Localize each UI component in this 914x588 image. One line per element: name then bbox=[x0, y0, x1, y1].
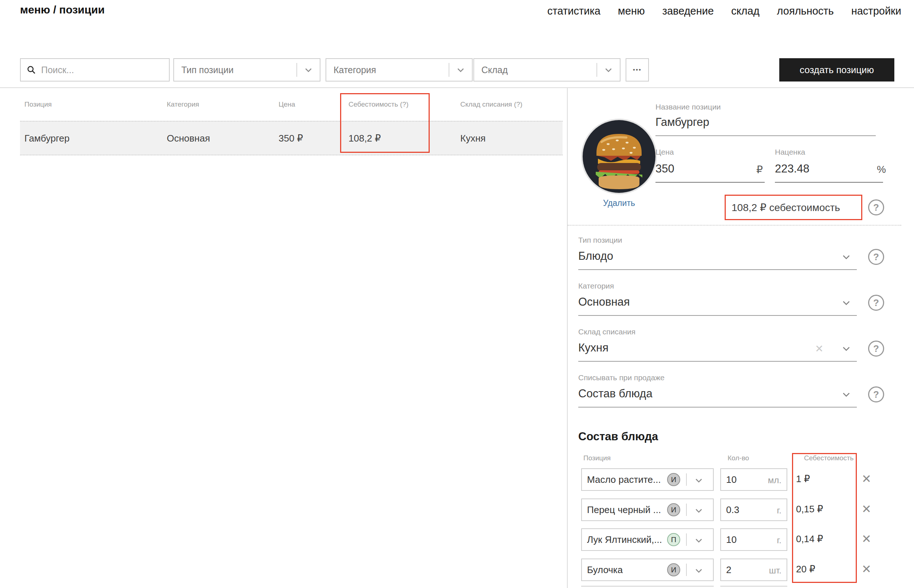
chevron-down-icon[interactable] bbox=[841, 298, 851, 309]
qty-value: 0.3 bbox=[726, 504, 739, 515]
filter-stock-label: Склад bbox=[481, 65, 596, 75]
clear-icon[interactable]: ✕ bbox=[815, 343, 823, 355]
create-position-button[interactable]: создать позицию bbox=[779, 58, 895, 81]
remove-icon[interactable]: ✕ bbox=[862, 533, 872, 545]
chevron-down-icon[interactable] bbox=[841, 252, 851, 263]
name-label: Название позиции bbox=[655, 103, 721, 111]
chevron-down-icon[interactable] bbox=[694, 566, 703, 577]
nav-item-statistics[interactable]: статистика bbox=[547, 5, 600, 17]
field-writeoff-underline bbox=[578, 407, 857, 407]
composition-title: Состав блюда bbox=[578, 430, 658, 443]
filter-category-label: Категория bbox=[334, 65, 449, 75]
field-category-select[interactable]: Основная bbox=[578, 296, 630, 309]
ingredient-type-badge: И bbox=[667, 473, 680, 486]
header-divider bbox=[0, 87, 914, 88]
ingredient-type-badge: И bbox=[667, 563, 680, 577]
ingredient-select[interactable]: Лук Ялтинский,... П bbox=[581, 528, 714, 551]
qty-input[interactable]: 10 мл. bbox=[720, 468, 787, 491]
field-type-select[interactable]: Блюдо bbox=[578, 250, 613, 263]
ingredient-select[interactable]: Масло растите... И bbox=[581, 468, 714, 491]
qty-unit: шт. bbox=[769, 565, 781, 576]
qty-input[interactable]: 2 шт. bbox=[720, 559, 787, 581]
page-title: меню / позиции bbox=[20, 4, 105, 16]
remove-icon[interactable]: ✕ bbox=[862, 563, 872, 575]
field-writeoff-select[interactable]: Состав блюда bbox=[578, 387, 653, 400]
markup-input[interactable]: 223.48 bbox=[775, 162, 809, 175]
qty-unit: г. bbox=[777, 506, 782, 515]
qty-input[interactable]: 10 г. bbox=[720, 528, 787, 551]
remove-icon[interactable]: ✕ bbox=[862, 473, 872, 485]
remove-icon[interactable]: ✕ bbox=[862, 503, 872, 515]
ingredient-type-badge: П bbox=[667, 533, 680, 546]
divider bbox=[686, 564, 687, 576]
next-row-stub bbox=[720, 586, 787, 586]
ingredient-select[interactable]: Перец черный ... И bbox=[581, 499, 714, 521]
search-icon bbox=[27, 65, 36, 74]
cell-stock: Кухня bbox=[460, 133, 486, 144]
qty-input[interactable]: 0.3 г. bbox=[720, 499, 787, 521]
nav-item-loyalty[interactable]: лояльность bbox=[777, 5, 834, 17]
price-input[interactable]: 350 bbox=[655, 162, 674, 175]
more-filters-button[interactable]: ••• bbox=[626, 58, 649, 81]
ingredient-name: Масло растите... bbox=[587, 474, 661, 485]
filter-position-type-label: Тип позиции bbox=[182, 65, 297, 75]
field-type-label: Тип позиции bbox=[578, 236, 622, 244]
nav-item-venue[interactable]: заведение bbox=[662, 5, 714, 17]
ingredient-name: Булочка bbox=[587, 564, 623, 576]
help-icon[interactable]: ? bbox=[868, 341, 884, 357]
markup-underline bbox=[775, 182, 883, 183]
search-input[interactable]: Поиск... bbox=[20, 58, 170, 81]
delete-photo-link[interactable]: Удалить bbox=[583, 198, 655, 208]
help-icon[interactable]: ? bbox=[868, 249, 884, 265]
help-icon[interactable]: ? bbox=[868, 295, 884, 311]
top-nav: статистика меню заведение склад лояльнос… bbox=[547, 5, 901, 17]
next-row-stub bbox=[581, 586, 714, 586]
chevron-down-icon[interactable] bbox=[297, 65, 320, 74]
price-underline bbox=[655, 182, 765, 183]
chevron-down-icon[interactable] bbox=[597, 65, 620, 74]
nav-item-menu[interactable]: меню bbox=[618, 5, 645, 17]
price-label: Цена bbox=[655, 148, 674, 157]
field-stock-label: Склад списания bbox=[578, 328, 635, 336]
help-icon[interactable]: ? bbox=[868, 386, 884, 402]
divider bbox=[686, 473, 687, 486]
divider bbox=[686, 533, 687, 546]
chevron-down-icon[interactable] bbox=[449, 65, 472, 74]
chevron-down-icon[interactable] bbox=[841, 389, 851, 401]
percent-suffix: % bbox=[877, 164, 886, 175]
filter-position-type[interactable]: Тип позиции bbox=[173, 58, 321, 81]
burger-photo bbox=[583, 120, 655, 193]
filter-stock[interactable]: Склад bbox=[473, 58, 621, 81]
search-placeholder: Поиск... bbox=[41, 65, 74, 75]
ingredient-type-badge: И bbox=[667, 503, 680, 516]
field-stock-select[interactable]: Кухня bbox=[578, 341, 608, 354]
chevron-down-icon[interactable] bbox=[694, 506, 703, 517]
qty-value: 10 bbox=[726, 474, 737, 485]
filter-category[interactable]: Категория bbox=[326, 58, 473, 81]
ingredient-select[interactable]: Булочка И bbox=[581, 559, 714, 581]
cell-price: 350 ₽ bbox=[279, 133, 303, 144]
field-category-label: Категория bbox=[578, 282, 614, 290]
field-stock-underline bbox=[578, 361, 857, 362]
cost-banner-highlight: 108,2 ₽ себестоимость bbox=[724, 195, 862, 220]
cell-category: Основная bbox=[167, 133, 210, 144]
ruble-suffix: ₽ bbox=[756, 164, 763, 176]
help-icon[interactable]: ? bbox=[868, 199, 884, 215]
column-header-category: Категория bbox=[167, 100, 199, 108]
divider bbox=[686, 504, 687, 516]
cell-position[interactable]: Гамбургер bbox=[24, 133, 70, 144]
qty-value: 2 bbox=[726, 564, 731, 576]
chevron-down-icon[interactable] bbox=[694, 476, 703, 486]
position-photo[interactable] bbox=[583, 120, 655, 193]
qty-unit: мл. bbox=[768, 475, 781, 485]
column-header-price: Цена bbox=[279, 100, 295, 108]
qty-value: 10 bbox=[726, 534, 737, 546]
comp-header-qty: Кол-во bbox=[728, 454, 749, 462]
name-input[interactable]: Гамбургер bbox=[655, 116, 709, 129]
chevron-down-icon[interactable] bbox=[841, 344, 851, 355]
column-header-position: Позиция bbox=[24, 100, 52, 108]
nav-item-stock[interactable]: склад bbox=[731, 5, 759, 17]
column-header-stock: Склад списания (?) bbox=[460, 100, 523, 108]
chevron-down-icon[interactable] bbox=[694, 536, 703, 546]
nav-item-settings[interactable]: настройки bbox=[851, 5, 901, 17]
